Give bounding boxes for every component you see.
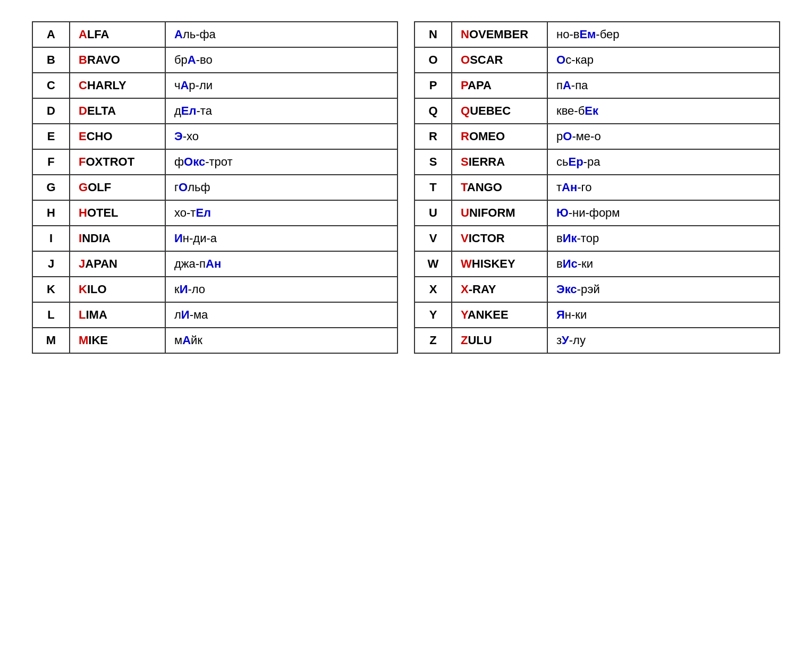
pronunciation-part: джа-п	[174, 257, 206, 270]
word-part: APA	[468, 79, 492, 92]
cell-pronunciation: Ю-ни-форм	[547, 200, 780, 226]
pronunciation-part: -во	[196, 53, 213, 66]
pronunciation-part: -ни-форм	[569, 206, 620, 219]
cell-word: YANKEE	[452, 302, 547, 328]
word-part: H	[79, 206, 87, 219]
table-row: KKILOкИ-ло	[32, 277, 397, 302]
word-part: V	[461, 232, 469, 245]
word-part: HARLY	[87, 79, 126, 92]
cell-pronunciation: рО-ме-о	[547, 124, 780, 149]
word-part: J	[79, 257, 85, 270]
word-part: CHO	[87, 130, 113, 143]
cell-pronunciation: мАйк	[165, 328, 397, 353]
pronunciation-part: в	[556, 257, 563, 270]
cell-pronunciation: гОльф	[165, 175, 397, 200]
cell-pronunciation: тАн-го	[547, 175, 780, 200]
pronunciation-part: -хо	[183, 130, 199, 143]
pronunciation-part: И	[174, 232, 183, 245]
pronunciation-part: О	[179, 181, 188, 194]
cell-word: NOVEMBER	[452, 22, 547, 47]
cell-pronunciation: пА-па	[547, 73, 780, 98]
word-part: RAVO	[87, 53, 120, 66]
pronunciation-part: Ик	[563, 232, 577, 245]
cell-word: WHISKEY	[452, 251, 547, 277]
cell-word: ZULU	[452, 328, 547, 353]
pronunciation-part: Ан	[562, 181, 577, 194]
pronunciation-part: Ю	[556, 206, 569, 219]
word-part: C	[79, 79, 87, 92]
pronunciation-part: т	[556, 181, 562, 194]
cell-letter: R	[415, 124, 452, 149]
cell-letter: C	[32, 73, 70, 98]
pronunciation-part: йк	[191, 334, 202, 347]
cell-letter: E	[32, 124, 70, 149]
cell-letter: W	[415, 251, 452, 277]
pronunciation-part: -лу	[569, 334, 586, 347]
pronunciation-part: в	[556, 232, 563, 245]
cell-letter: H	[32, 200, 70, 226]
cell-word: QUEBEC	[452, 98, 547, 124]
pronunciation-part: н-ки	[565, 308, 587, 321]
table-row: HHOTELхо-тЕл	[32, 200, 397, 226]
cell-letter: L	[32, 302, 70, 328]
cell-word: PAPA	[452, 73, 547, 98]
cell-word: ECHO	[70, 124, 165, 149]
word-part: ULU	[468, 334, 492, 347]
cell-letter: I	[32, 226, 70, 251]
cell-pronunciation: чАр-ли	[165, 73, 397, 98]
cell-pronunciation: фОкс-трот	[165, 149, 397, 175]
word-part: G	[79, 181, 88, 194]
word-part: Q	[461, 104, 470, 117]
table-row: UUNIFORMЮ-ни-форм	[415, 200, 780, 226]
table-row: VVICTORвИк-тор	[415, 226, 780, 251]
word-part: -RAY	[469, 283, 496, 296]
cell-word: KILO	[70, 277, 165, 302]
word-part: P	[461, 79, 468, 92]
pronunciation-part: бр	[174, 53, 188, 66]
cell-letter: O	[415, 47, 452, 73]
pronunciation-part: -ло	[188, 283, 205, 296]
pronunciation-part: Я	[556, 308, 565, 321]
pronunciation-part: хо-т	[174, 206, 196, 219]
cell-pronunciation: Экс-рэй	[547, 277, 780, 302]
pronunciation-part: з	[556, 334, 562, 347]
cell-word: FOXTROT	[70, 149, 165, 175]
pronunciation-part: -го	[577, 181, 591, 194]
pronunciation-part: А	[180, 79, 189, 92]
pronunciation-part: И	[181, 308, 190, 321]
pronunciation-part: -ра	[583, 155, 600, 168]
cell-pronunciation: джа-пАн	[165, 251, 397, 277]
pronunciation-part: Э	[174, 130, 183, 143]
cell-letter: D	[32, 98, 70, 124]
table-row: QQUEBECкве-бЕк	[415, 98, 780, 124]
pronunciation-part: р	[556, 130, 563, 143]
word-part: OMEO	[469, 130, 505, 143]
word-part: ELTA	[87, 104, 116, 117]
pronunciation-part: но-в	[556, 28, 579, 41]
cell-word: ROMEO	[452, 124, 547, 149]
pronunciation-part: ч	[174, 79, 180, 92]
cell-pronunciation: Э-хо	[165, 124, 397, 149]
pronunciation-part: Ел	[181, 104, 197, 117]
word-part: SCAR	[470, 53, 503, 66]
table-row: DDELTAдЕл-та	[32, 98, 397, 124]
cell-word: SIERRA	[452, 149, 547, 175]
table-row: BBRAVOбрА-во	[32, 47, 397, 73]
word-part: ILO	[87, 283, 107, 296]
table-row: FFOXTROTфОкс-трот	[32, 149, 397, 175]
cell-letter: K	[32, 277, 70, 302]
cell-letter: M	[32, 328, 70, 353]
word-part: IKE	[88, 334, 108, 347]
cell-pronunciation: кИ-ло	[165, 277, 397, 302]
pronunciation-part: Окс	[184, 155, 205, 168]
table-row: CCHARLYчАр-ли	[32, 73, 397, 98]
pronunciation-part: А	[174, 28, 183, 41]
word-part: S	[461, 155, 469, 168]
table-row: ZZULUзУ-лу	[415, 328, 780, 353]
cell-pronunciation: но-вЕм-бер	[547, 22, 780, 47]
pronunciation-part: п	[556, 79, 563, 92]
pronunciation-part: О	[563, 130, 572, 143]
table-row: MMIKEмАйк	[32, 328, 397, 353]
cell-letter: N	[415, 22, 452, 47]
word-part: W	[461, 257, 472, 270]
